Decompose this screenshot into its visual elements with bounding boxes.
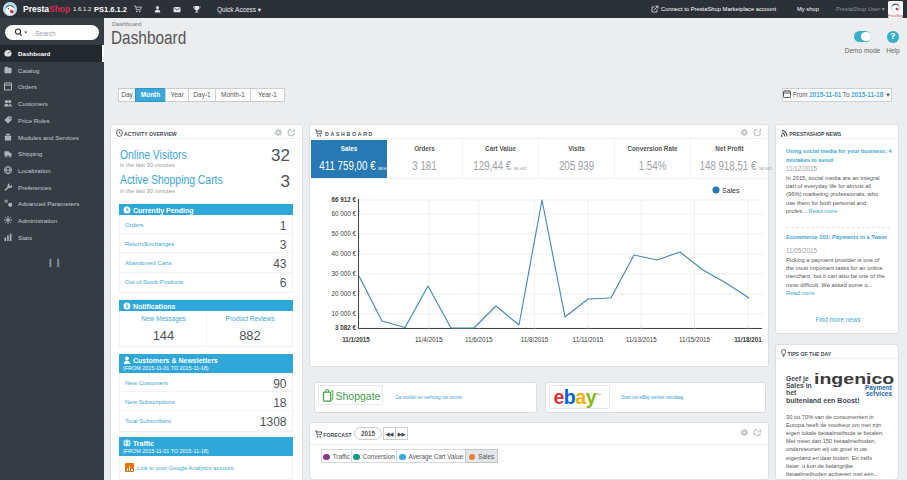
svg-text:30 000 €: 30 000 € (331, 270, 356, 277)
svg-text:10 000 €: 10 000 € (331, 310, 356, 317)
svg-text:PrestaShop: PrestaShop (888, 14, 903, 18)
svg-text:Sales: Sales (722, 187, 740, 194)
svg-text:11/8/2015: 11/8/2015 (521, 336, 549, 343)
svg-text:11/11/2015: 11/11/2015 (573, 336, 604, 343)
svg-text:11/15/2015: 11/15/2015 (679, 336, 711, 343)
svg-text:66 912 €: 66 912 € (331, 196, 356, 203)
svg-text:11/1/2015: 11/1/2015 (342, 336, 370, 343)
svg-text:3 082 €: 3 082 € (335, 324, 357, 331)
svg-text:11/18/201: 11/18/201 (734, 336, 762, 343)
svg-text:11/4/2015: 11/4/2015 (415, 336, 443, 343)
svg-text:11/6/2015: 11/6/2015 (465, 336, 493, 343)
svg-text:60 000 €: 60 000 € (331, 210, 356, 217)
svg-text:11/13/2015: 11/13/2015 (626, 336, 658, 343)
svg-text:40 000 €: 40 000 € (331, 250, 356, 257)
svg-text:50 000 €: 50 000 € (331, 230, 356, 237)
svg-text:20 000 €: 20 000 € (331, 290, 356, 297)
